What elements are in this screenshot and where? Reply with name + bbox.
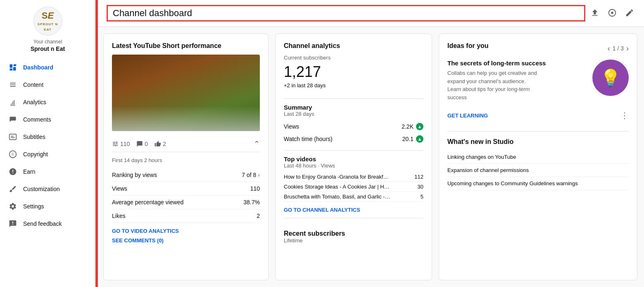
metric-likes: Likes 2: [112, 209, 260, 223]
upload-icon[interactable]: [590, 8, 599, 19]
sidebar-item-comments[interactable]: Comments: [0, 111, 95, 128]
top-video-count-3: 5: [421, 194, 423, 200]
sidebar-item-label-comments: Comments: [23, 116, 51, 123]
sidebar-nav: Dashboard Content Analytics Comments: [0, 59, 95, 232]
content-icon: [8, 80, 17, 89]
comments-icon: [8, 115, 17, 124]
watchtime-up-arrow: ▲: [416, 135, 423, 143]
sidebar-item-label-feedback: Send feedback: [23, 220, 62, 227]
likes-label: Likes: [112, 213, 126, 219]
sidebar-item-customization[interactable]: Customization: [0, 180, 95, 198]
broadcast-icon[interactable]: [608, 8, 617, 19]
subscribers-change: +2 in last 28 days: [284, 82, 423, 88]
shorts-comments-stat: 0: [136, 141, 148, 147]
page-title: Channel dashboard: [107, 5, 585, 22]
analytics-watchtime-value: 20.1: [402, 136, 413, 142]
earn-icon: [8, 167, 17, 176]
svg-rect-0: [10, 134, 17, 139]
shorts-thumbnail[interactable]: [112, 55, 260, 131]
ideas-feature-title: The secrets of long-term success: [447, 60, 546, 67]
views-up-arrow: ▲: [416, 123, 423, 130]
your-channel-label: Your channel: [33, 39, 62, 45]
shorts-expand-icon[interactable]: ⌃: [254, 139, 260, 148]
first-days-label: First 14 days 2 hours: [112, 157, 260, 163]
divider-2: [284, 150, 423, 151]
ideas-next-button[interactable]: ›: [626, 44, 629, 53]
sidebar-item-copyright[interactable]: © Copyright: [0, 146, 95, 163]
subtitles-icon: [8, 132, 17, 141]
sidebar-item-earn[interactable]: Earn: [0, 163, 95, 180]
go-channel-analytics-link[interactable]: GO TO CHANNEL ANALYTICS: [284, 207, 423, 213]
whats-new-item-2[interactable]: Expansion of channel permissions: [447, 164, 629, 177]
top-video-count-2: 30: [418, 184, 423, 190]
sidebar-item-dashboard[interactable]: Dashboard: [0, 59, 95, 76]
views-label: Views: [112, 185, 127, 192]
subscribers-count: 1,217: [284, 63, 423, 81]
ideas-nav-total: 3: [620, 45, 624, 52]
divider-3: [284, 218, 423, 218]
sidebar-item-label-dashboard: Dashboard: [23, 64, 53, 71]
get-learning-more-icon[interactable]: ⋮: [620, 110, 629, 120]
ideas-card: Ideas for you ‹ 1 / 3 › The secrets of l…: [439, 33, 637, 280]
get-learning-link[interactable]: GET LEARNING: [447, 112, 488, 119]
ideas-title: Ideas for you: [447, 42, 489, 50]
sidebar-item-subtitles[interactable]: Subtitles: [0, 128, 95, 146]
top-video-row-1: How to Enjoy Granola -Granola for Breakf…: [284, 172, 423, 182]
shorts-likes-stat: 2: [154, 141, 166, 147]
sidebar-item-analytics[interactable]: Analytics: [0, 93, 95, 111]
whats-new-title: What's new in Studio: [447, 138, 629, 146]
ideas-nav: ‹ 1 / 3 ›: [608, 44, 629, 53]
ranking-label: Ranking by views: [112, 172, 242, 178]
top-video-row-2: Cookies Storage Ideas - A Cookies Jar | …: [284, 182, 423, 192]
ideas-prev-button[interactable]: ‹: [608, 44, 610, 53]
compose-icon[interactable]: [625, 8, 634, 19]
ideas-header: Ideas for you ‹ 1 / 3 ›: [447, 42, 629, 55]
shorts-performance-card: Latest YouTube Short performance 110 0 2: [103, 33, 269, 280]
summary-title: Summary: [284, 104, 423, 111]
ranking-value: 7 of 8: [242, 172, 256, 178]
sidebar-item-send-feedback[interactable]: Send feedback: [0, 215, 95, 232]
ideas-nav-counter: 1 / 3: [613, 45, 624, 52]
analytics-watchtime-row: Watch time (hours) 20.1 ▲: [284, 133, 423, 145]
customization-icon: [8, 184, 17, 194]
settings-icon: [8, 202, 17, 211]
analytics-views-row: Views 2.2K ▲: [284, 120, 423, 133]
recent-subs-title: Recent subscribers: [284, 230, 423, 237]
analytics-card-title: Channel analytics: [284, 42, 423, 50]
sidebar-item-content[interactable]: Content: [0, 76, 95, 93]
sidebar-item-settings[interactable]: Settings: [0, 198, 95, 215]
avg-viewed-label: Average percentage viewed: [112, 199, 183, 206]
metric-avg-viewed: Average percentage viewed 38.7%: [112, 196, 260, 209]
ranking-arrow[interactable]: ›: [258, 172, 260, 178]
sidebar: SE SPROUT N EAT Your channel Sprout n Ea…: [0, 0, 97, 287]
shorts-likes-value: 2: [163, 141, 166, 147]
analytics-views-label: Views: [284, 123, 299, 130]
analytics-icon: [8, 98, 17, 107]
analytics-views-value: 2.2K: [402, 123, 413, 130]
divider-1: [284, 98, 423, 99]
go-video-analytics-link[interactable]: GO TO VIDEO ANALYTICS: [112, 228, 260, 234]
top-video-count-1: 112: [414, 174, 423, 180]
main-content: Channel dashboard Latest YouTube Short p…: [97, 0, 644, 287]
dashboard-icon: [8, 63, 17, 72]
analytics-watchtime-right: 20.1 ▲: [402, 135, 423, 143]
ideas-feature-desc: Collabs can help you get creative and ex…: [447, 69, 538, 101]
whats-new-item-3[interactable]: Upcoming changes to Community Guidelines…: [447, 177, 629, 190]
top-video-name-3: Bruschetta with Tomato, Basil, and Garli…: [284, 194, 391, 200]
shorts-card-title: Latest YouTube Short performance: [112, 42, 260, 50]
shorts-views-value: 110: [120, 141, 130, 147]
see-comments-link[interactable]: SEE COMMENTS (0): [112, 237, 260, 244]
copyright-icon: ©: [8, 150, 17, 159]
sidebar-item-label-subtitles: Subtitles: [23, 134, 45, 140]
ideas-nav-current: 1: [613, 45, 616, 52]
content-area: Latest YouTube Short performance 110 0 2: [97, 27, 644, 287]
whats-new-item-1[interactable]: Linking changes on YouTube: [447, 151, 629, 164]
sidebar-item-label-content: Content: [23, 81, 43, 88]
avg-viewed-value: 38.7%: [243, 199, 260, 206]
channel-logo: SE SPROUT N EAT: [33, 7, 62, 36]
sidebar-item-label-earn: Earn: [23, 168, 36, 175]
sidebar-item-label-customization: Customization: [23, 186, 60, 192]
sidebar-item-label-settings: Settings: [23, 203, 44, 210]
likes-value: 2: [257, 213, 260, 219]
recent-subs-period: Lifetime: [284, 237, 423, 244]
